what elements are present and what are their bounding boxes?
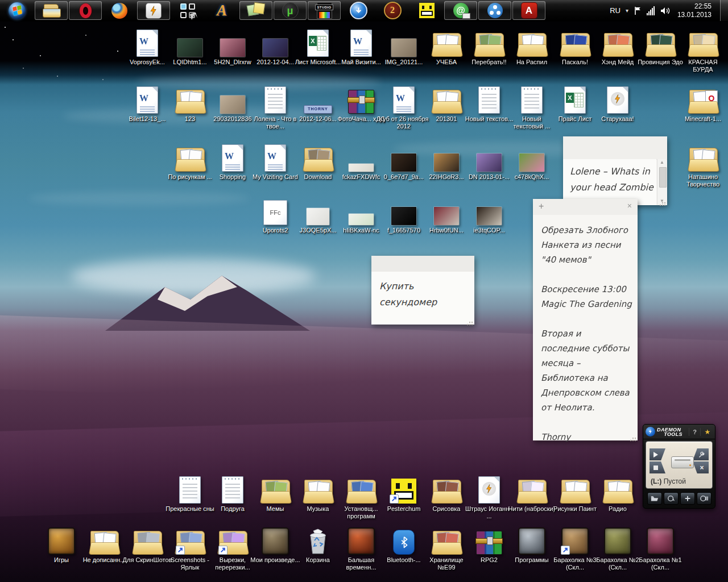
taskbar-download-master-button[interactable] (341, 0, 375, 21)
sticky-note-header[interactable] (563, 136, 667, 160)
volume-icon[interactable] (660, 6, 671, 15)
sticky-note-large[interactable]: + × Обрезать Злобного Нанкета из песни "… (533, 199, 638, 440)
show-desktop-button[interactable] (720, 0, 728, 21)
desktop-icon-art (349, 196, 374, 225)
desktop-icon[interactable]: Барахолка №1 (Скл... (635, 525, 686, 571)
add-drive-button[interactable] (680, 492, 695, 505)
daemon-tools-gadget[interactable]: DAEMON TOOLS ? ★ × (L:) Пустой (643, 424, 715, 509)
sticky-note-lolene[interactable]: Lolene – Whats in your head Zombie ▲ ▼ (563, 136, 667, 205)
desktop-icon-label: Наташино Творчество (678, 173, 728, 188)
taskbar-pesterchum-button[interactable] (410, 0, 444, 21)
tray-expand-icon[interactable]: ▾ (626, 7, 628, 14)
adobe-reader-icon: A (521, 2, 537, 19)
desktop-icon-art (645, 27, 676, 57)
gadget-catch-button[interactable]: ★ (702, 428, 713, 436)
desktop-icon-art (132, 525, 163, 555)
desktop-icon[interactable]: Радио (592, 474, 643, 513)
taskbar-acdsee-button[interactable]: A (205, 0, 239, 21)
desktop-icon-art (263, 27, 288, 57)
clock[interactable]: 22:55 13.01.2013 (677, 2, 712, 19)
pause-drive-button[interactable] (697, 492, 712, 505)
desktop-icon-label: Корзина (306, 556, 330, 564)
gadget-header: DAEMON TOOLS ? ★ (643, 425, 715, 439)
quick-mount-button[interactable] (664, 492, 679, 505)
taskbar-start-button[interactable] (0, 0, 34, 21)
desktop-icon-label: Май Визити... (341, 59, 381, 66)
settings-wrench-button[interactable] (693, 448, 709, 460)
desktop-icon-art (516, 474, 547, 504)
play-button[interactable] (650, 448, 665, 460)
recycle-bin-icon (307, 528, 329, 555)
winamp-lightning-icon (146, 3, 162, 19)
resize-grip[interactable] (660, 198, 666, 204)
sticky-note-header[interactable] (371, 256, 474, 272)
desktop-icon-art (477, 142, 502, 172)
unmount-button[interactable]: × (693, 462, 709, 473)
desktop-icon-art (48, 525, 75, 555)
desktop-icon-art (348, 84, 374, 114)
scrollbar-thumb[interactable] (659, 167, 667, 188)
stop-button[interactable] (650, 462, 665, 473)
taskbar-sticky-notes-button[interactable] (239, 0, 273, 21)
language-indicator[interactable]: RU (610, 6, 621, 15)
desktop-icon-label: Срисовка (433, 505, 461, 513)
clock-date: 13.01.2013 (677, 11, 712, 19)
desktop-icon-label: Hrbw0fUN... (429, 227, 464, 234)
note-close-button[interactable]: × (627, 201, 632, 210)
mount-image-button[interactable] (647, 492, 662, 505)
note-paragraph: Обрезать Злобного Нанкета из песни "40 м… (541, 223, 632, 267)
desktop-icon-label: Download (304, 173, 332, 181)
desktop-icon-art (220, 27, 245, 57)
note-add-button[interactable]: + (539, 201, 544, 211)
desktop-icon-art (602, 27, 633, 57)
resize-grip[interactable] (468, 318, 473, 323)
desktop-icon[interactable]: Наташино Творчество (677, 142, 728, 188)
desktop-icon-label: Программы (515, 556, 548, 564)
network-signal-icon[interactable] (647, 6, 655, 15)
clock-time: 22:55 (694, 2, 712, 10)
gadget-help-button[interactable]: ? (691, 429, 698, 435)
desktop-icon-label: ie3tqCOP... (473, 227, 504, 234)
action-center-flag-icon[interactable] (634, 6, 642, 15)
desktop-icon-label: Bilet12-13_... (129, 115, 166, 123)
utorrent-icon: µ (282, 2, 299, 19)
pinnacle-studio-icon: STUDIO (317, 2, 332, 19)
note-paragraph: Воскресение 13:00 Magic The Gardening (541, 282, 632, 311)
desktop-icon[interactable]: КРАСНАЯ БУРДА (677, 27, 728, 73)
desktop-icon-art (647, 525, 674, 555)
desktop-icon-art (89, 525, 119, 555)
resize-grip[interactable] (631, 434, 636, 439)
virtual-drive-icon (671, 456, 694, 468)
taskbar-firefox-button[interactable] (102, 0, 136, 21)
desktop-icon-art (431, 84, 462, 114)
desktop-icon[interactable]: ie3tqCOP... (464, 196, 515, 234)
taskbar-qip-button[interactable]: @ (444, 0, 478, 21)
sticky-note-todo[interactable]: Купить секундомер (371, 256, 474, 325)
desktop-icon-art (307, 525, 329, 555)
taskbar-tray-dots-button[interactable] (478, 0, 512, 21)
desktop-icon-label: hIiBKxaW-nc (343, 227, 379, 234)
desktop-icon[interactable]: c478kQhX... (506, 142, 557, 181)
desktop-icon[interactable]: OMinecraft-1... (677, 84, 728, 123)
desktop-icon-art (217, 525, 248, 555)
desktop-icon-label: 201301 (436, 115, 457, 123)
taskbar-explorer-button[interactable] (34, 0, 68, 21)
scroll-up-icon[interactable]: ▲ (660, 160, 664, 165)
windows-logo-icon (9, 2, 26, 19)
desktop-icon[interactable]: Старухааа! (592, 84, 643, 123)
taskbar-winamp-button[interactable] (136, 0, 171, 21)
note-paragraph: Thorny (541, 430, 632, 444)
scrollbar[interactable]: ▲ ▼ (657, 159, 667, 205)
desktop-icon-label: Minecraft-1... (685, 115, 721, 123)
taskbar-opera-button[interactable] (68, 0, 102, 21)
desktop-icon-art: X (307, 27, 329, 57)
desktop-icon-label: 29032012836 (213, 115, 251, 123)
desktop-icon-art (431, 525, 462, 555)
desktop-icon-label: c478kQhX... (515, 173, 549, 181)
taskbar-adobe-reader-button[interactable]: A (512, 0, 546, 21)
taskbar-utorrent-button[interactable]: µ (273, 0, 307, 21)
desktop-icon-art (474, 27, 504, 57)
taskbar-icon-restorer-button[interactable] (171, 0, 205, 21)
taskbar-pinnacle-studio-button[interactable]: STUDIO (307, 0, 341, 21)
taskbar-heroes-2-button[interactable]: 2 (375, 0, 410, 21)
